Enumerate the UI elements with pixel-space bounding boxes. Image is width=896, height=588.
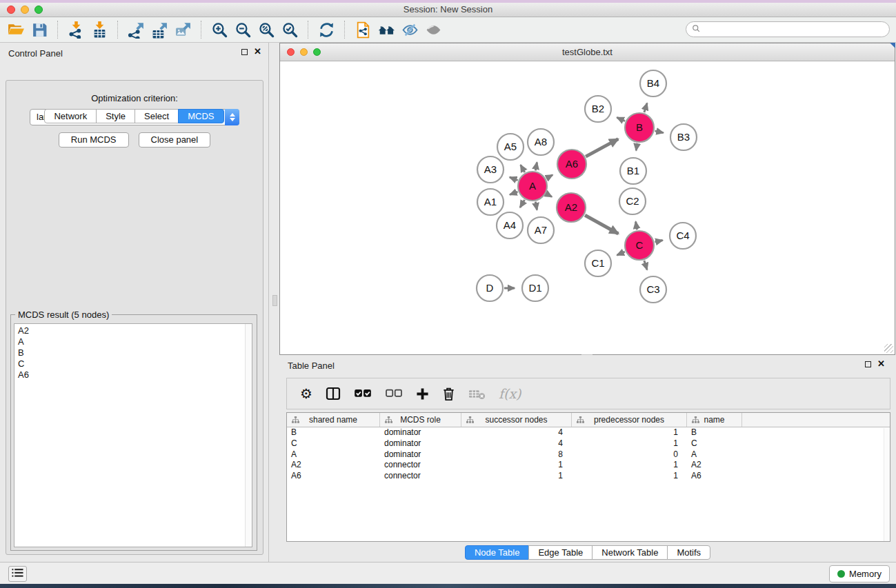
tab-network-table[interactable]: Network Table — [592, 545, 668, 560]
search-box[interactable] — [686, 21, 890, 37]
graph-edge-C-C4[interactable] — [655, 241, 663, 243]
open-file-button[interactable] — [4, 19, 28, 40]
graph-edge-B-B1[interactable] — [636, 143, 637, 151]
zoom-selected-button[interactable] — [278, 19, 301, 40]
table-row[interactable]: A6connector11A6 — [287, 471, 890, 482]
hide-panels-button[interactable] — [398, 19, 421, 40]
column-header-predecessor-nodes[interactable]: predecessor nodes — [572, 413, 687, 427]
graph-node-A7[interactable]: A7 — [528, 217, 554, 243]
zoom-window-button[interactable] — [34, 6, 43, 14]
graph-node-C3[interactable]: C3 — [640, 276, 666, 303]
select-all-button[interactable] — [354, 383, 372, 404]
table-cell[interactable]: 4 — [461, 438, 572, 449]
tab-edge-table[interactable]: Edge Table — [528, 545, 593, 560]
table-cell[interactable]: dominator — [380, 427, 461, 438]
graph-edge-A6-B[interactable] — [586, 139, 618, 157]
result-list-scrollbar[interactable] — [245, 324, 252, 547]
tab-select[interactable]: Select — [135, 109, 179, 123]
float-table-panel-icon[interactable] — [865, 361, 871, 367]
graph-node-A6[interactable]: A6 — [557, 150, 586, 179]
close-panel-button[interactable]: Close panel — [139, 132, 211, 148]
run-mcds-button[interactable]: Run MCDS — [59, 132, 129, 148]
close-panel-icon[interactable]: ✕ — [254, 48, 261, 55]
add-column-button[interactable] — [416, 383, 429, 404]
graph-node-B4[interactable]: B4 — [640, 70, 666, 97]
graph-node-A2[interactable]: A2 — [557, 193, 586, 222]
table-cell[interactable]: C — [687, 438, 742, 449]
column-header-MCDS-role[interactable]: MCDS role — [380, 413, 461, 427]
graph-node-B3[interactable]: B3 — [670, 124, 697, 150]
graph-node-A3[interactable]: A3 — [477, 156, 504, 183]
graph-edge-A-A5[interactable] — [521, 165, 525, 172]
graph-node-A4[interactable]: A4 — [497, 212, 523, 239]
show-panels-button[interactable] — [421, 19, 445, 40]
column-header-name[interactable]: name — [687, 413, 742, 427]
export-image-button[interactable] — [171, 19, 195, 40]
mcds-result-item[interactable]: C — [14, 358, 245, 369]
graph-edge-A-A8[interactable] — [535, 163, 537, 171]
graph-edge-A2-C[interactable] — [585, 215, 618, 234]
table-scrollbar[interactable] — [884, 428, 890, 541]
tab-style[interactable]: Style — [96, 109, 135, 123]
column-header-shared-name[interactable]: shared name — [287, 413, 380, 427]
table-cell[interactable]: connector — [380, 460, 461, 471]
table-cell[interactable]: 0 — [572, 449, 687, 460]
mcds-result-item[interactable]: A6 — [14, 369, 245, 381]
export-table-button[interactable] — [148, 19, 171, 40]
graph-node-A1[interactable]: A1 — [477, 189, 504, 215]
table-cell[interactable]: 1 — [461, 471, 572, 482]
table-cell[interactable]: dominator — [380, 449, 461, 460]
column-header-successor-nodes[interactable]: successor nodes — [461, 413, 572, 427]
tab-mcds[interactable]: MCDS — [178, 109, 223, 123]
mcds-result-item[interactable]: A — [14, 336, 245, 347]
new-network-from-selection-button[interactable] — [351, 19, 375, 40]
graph-edge-A-A7[interactable] — [535, 202, 537, 210]
float-panel-icon[interactable] — [241, 49, 248, 55]
mcds-result-item[interactable]: B — [14, 347, 245, 358]
zoom-out-button[interactable] — [231, 19, 255, 40]
graph-node-B[interactable]: B — [625, 113, 654, 142]
graph-node-D1[interactable]: D1 — [522, 275, 548, 301]
zoom-fit-button[interactable] — [255, 19, 278, 40]
settings-button[interactable]: ⚙ — [300, 383, 312, 404]
mcds-result-list[interactable]: A2ABCA6 — [14, 323, 252, 547]
graph-edge-C-C2[interactable] — [636, 222, 637, 230]
graph-node-A[interactable]: A — [518, 172, 547, 201]
table-cell[interactable]: A2 — [287, 460, 380, 471]
deselect-all-button[interactable] — [385, 383, 403, 404]
graph-edge-B-B2[interactable] — [617, 117, 625, 121]
vertical-split-handle[interactable] — [272, 295, 277, 306]
graph-node-A8[interactable]: A8 — [528, 129, 554, 155]
search-input[interactable] — [704, 23, 889, 36]
graph-edge-B-B4[interactable] — [644, 103, 647, 112]
table-cell[interactable]: 1 — [572, 471, 687, 482]
resize-grip-icon[interactable] — [884, 344, 893, 353]
table-row[interactable]: A2connector11A2 — [287, 460, 890, 471]
graph-edge-A-A6[interactable] — [546, 175, 552, 179]
table-cell[interactable]: 1 — [572, 427, 687, 438]
graph-edge-A-A3[interactable] — [510, 177, 518, 181]
graph-node-C[interactable]: C — [625, 231, 654, 260]
table-row[interactable]: Cdominator41C — [287, 438, 890, 449]
table-cell[interactable]: C — [287, 438, 380, 449]
graph-edge-A-A2[interactable] — [546, 194, 552, 196]
delete-column-button[interactable] — [442, 383, 455, 404]
graph-edge-A-A4[interactable] — [520, 200, 525, 207]
export-network-button[interactable] — [124, 19, 148, 40]
table-cell[interactable]: 4 — [461, 427, 572, 438]
mcds-result-item[interactable]: A2 — [14, 325, 245, 336]
table-cell[interactable]: A2 — [687, 460, 742, 471]
table-cell[interactable]: A — [287, 449, 380, 460]
table-cell[interactable]: A — [687, 449, 742, 460]
task-history-button[interactable] — [8, 566, 27, 582]
home-button[interactable] — [375, 19, 398, 40]
tab-node-table[interactable]: Node Table — [465, 545, 530, 560]
import-network-button[interactable] — [64, 19, 88, 40]
graph-edge-B-B3[interactable] — [655, 131, 664, 133]
table-cell[interactable]: B — [287, 427, 380, 438]
graph-node-B1[interactable]: B1 — [620, 158, 646, 184]
graph-edge-A-A1[interactable] — [510, 192, 517, 194]
minimize-window-button[interactable] — [21, 6, 29, 14]
table-cell[interactable]: A6 — [287, 471, 380, 482]
table-cell[interactable]: 1 — [461, 460, 572, 471]
